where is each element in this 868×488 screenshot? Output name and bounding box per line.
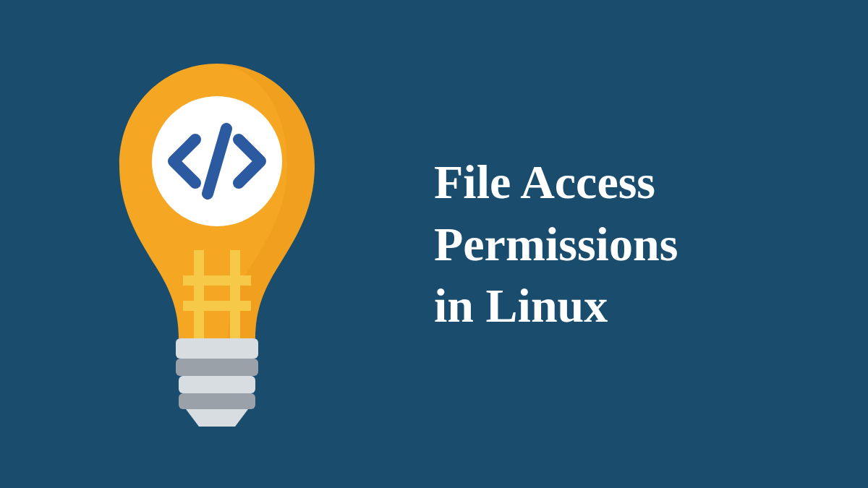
svg-rect-9 <box>179 393 255 409</box>
icon-container <box>0 0 434 488</box>
title-line-3: in Linux <box>434 279 608 332</box>
hero-banner: File Access Permissions in Linux <box>0 0 868 488</box>
title-line-1: File Access <box>434 155 655 208</box>
lightbulb-code-icon <box>98 56 336 432</box>
title-line-2: Permissions <box>434 218 678 270</box>
svg-rect-6 <box>176 338 258 359</box>
page-title: File Access Permissions in Linux <box>434 151 825 337</box>
svg-rect-7 <box>176 359 258 376</box>
title-container: File Access Permissions in Linux <box>434 151 868 337</box>
svg-rect-8 <box>179 376 255 393</box>
